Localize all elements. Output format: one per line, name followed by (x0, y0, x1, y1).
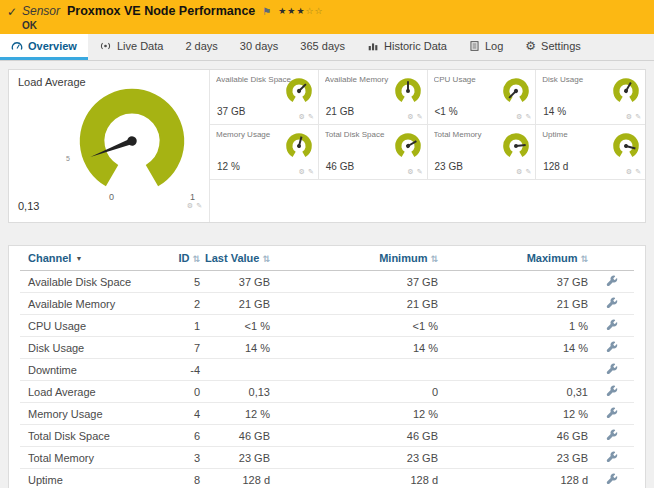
mini-gauge (501, 131, 531, 161)
channel-settings-wrench-icon[interactable] (606, 473, 619, 486)
col-header-minimum[interactable]: Minimum⇅ (274, 252, 442, 264)
tab-2-days[interactable]: 2 days (174, 34, 228, 60)
gauge-value: 0,13 (18, 200, 39, 212)
channel-last-value: 128 d (204, 474, 274, 486)
channel-maximum: 23 GB (442, 452, 592, 464)
channel-id: 1 (168, 320, 204, 332)
table-row[interactable]: CPU Usage 1 <1 % <1 % 1 % (20, 315, 634, 337)
col-header-channel[interactable]: Channel▼ (20, 252, 168, 264)
gear-icon[interactable]: ⚙ (187, 202, 193, 210)
tab-log[interactable]: Log (458, 34, 514, 60)
col-header-maximum[interactable]: Maximum⇅ (442, 252, 592, 264)
sort-icon: ⇅ (580, 254, 588, 264)
gauge-cell-uptime[interactable]: Uptime 128 d ⚙✎ (536, 125, 645, 180)
channel-settings-wrench-icon[interactable] (606, 275, 619, 288)
gear-icon[interactable]: ⚙ (516, 168, 522, 176)
table-row[interactable]: Total Memory 3 23 GB 23 GB 23 GB (20, 447, 634, 469)
gauge-tick-label: 5 (66, 155, 70, 162)
table-row[interactable]: Downtime -4 (20, 359, 634, 381)
channel-last-value: 23 GB (204, 452, 274, 464)
channel-settings-wrench-icon[interactable] (606, 385, 619, 398)
gear-icon[interactable]: ⚙ (407, 113, 413, 121)
channel-settings-wrench-icon[interactable] (606, 297, 619, 310)
table-row[interactable]: Memory Usage 4 12 % 12 % 12 % (20, 403, 634, 425)
channel-maximum: 21 GB (442, 298, 592, 310)
channel-name: Memory Usage (20, 408, 168, 420)
gauge-value: <1 % (435, 106, 458, 117)
table-row[interactable]: Total Disk Space 6 46 GB 46 GB 46 GB (20, 425, 634, 447)
mini-gauge (611, 76, 641, 106)
channel-settings-wrench-icon[interactable] (606, 429, 619, 442)
channel-name: Available Memory (20, 298, 168, 310)
channel-minimum: 128 d (274, 474, 442, 486)
tab-365-days[interactable]: 365 days (289, 34, 356, 60)
pin-icon[interactable]: ✎ (196, 202, 202, 210)
channel-settings-wrench-icon[interactable] (606, 341, 619, 354)
gear-icon[interactable]: ⚙ (299, 113, 305, 121)
channel-settings-wrench-icon[interactable] (606, 319, 619, 332)
gauge-cell-available-memory[interactable]: Available Memory 21 GB ⚙✎ (319, 70, 428, 125)
channel-id: 8 (168, 474, 204, 486)
pin-icon[interactable]: ✎ (525, 168, 531, 176)
gear-icon[interactable]: ⚙ (407, 168, 413, 176)
mini-gauge (393, 76, 423, 106)
gear-icon[interactable]: ⚙ (516, 113, 522, 121)
load-average-gauge (75, 84, 189, 198)
gear-icon[interactable]: ⚙ (299, 168, 305, 176)
gear-icon[interactable]: ⚙ (626, 168, 632, 176)
col-header-last-value[interactable]: Last Value⇅ (204, 252, 274, 264)
channel-last-value: 12 % (204, 408, 274, 420)
table-row[interactable]: Available Memory 2 21 GB 21 GB 21 GB (20, 293, 634, 315)
gauge-cell-available-disk-space[interactable]: Available Disk Space 37 GB ⚙✎ (210, 70, 319, 125)
gauge-value: 37 GB (217, 106, 245, 117)
tab-overview[interactable]: Overview (0, 34, 88, 60)
channel-id: 4 (168, 408, 204, 420)
gauge-cell-total-disk-space[interactable]: Total Disk Space 46 GB ⚙✎ (319, 125, 428, 180)
pin-icon[interactable]: ✎ (525, 113, 531, 121)
pin-icon[interactable]: ✎ (308, 113, 314, 121)
flag-icon[interactable]: ⚑ (262, 6, 271, 17)
tab-live-data[interactable]: Live Data (88, 34, 174, 60)
gauge-cell-disk-usage[interactable]: Disk Usage 14 % ⚙✎ (536, 70, 645, 125)
channel-settings-wrench-icon[interactable] (606, 363, 619, 376)
tab-bar: Overview Live Data 2 days 30 days 365 da… (0, 34, 654, 61)
channel-name: Total Disk Space (20, 430, 168, 442)
channel-id: 6 (168, 430, 204, 442)
col-header-id[interactable]: ID⇅ (168, 252, 204, 264)
channel-maximum: 46 GB (442, 430, 592, 442)
sensor-header: ✓ Sensor Proxmox VE Node Performance ⚑ ★… (0, 0, 654, 34)
table-row[interactable]: Disk Usage 7 14 % 14 % 14 % (20, 337, 634, 359)
pin-icon[interactable]: ✎ (417, 113, 423, 121)
load-average-gauge-cell[interactable]: Load Average 5 0 1 0,13 ⚙✎ (9, 70, 210, 222)
pin-icon[interactable]: ✎ (635, 168, 641, 176)
status-badge: OK (22, 20, 37, 31)
gauge-cell-total-memory[interactable]: Total Memory 23 GB ⚙✎ (428, 125, 537, 180)
table-header-row: Channel▼ ID⇅ Last Value⇅ Minimum⇅ Maximu… (20, 246, 634, 271)
tab-settings[interactable]: ⚙ Settings (514, 34, 592, 60)
channel-maximum: 37 GB (442, 276, 592, 288)
gauges-panel: Load Average 5 0 1 0,13 ⚙✎ Available Dis… (8, 69, 646, 223)
gauge-cell-cpu-usage[interactable]: CPU Usage <1 % ⚙✎ (428, 70, 537, 125)
tab-30-days[interactable]: 30 days (229, 34, 290, 60)
pin-icon[interactable]: ✎ (635, 113, 641, 121)
channel-minimum: 12 % (274, 408, 442, 420)
gauge-value: 128 d (543, 161, 568, 172)
tab-historic-data[interactable]: Historic Data (356, 34, 458, 60)
channel-settings-wrench-icon[interactable] (606, 407, 619, 420)
table-row[interactable]: Load Average 0 0,13 0 0,31 (20, 381, 634, 403)
channel-minimum: 0 (274, 386, 442, 398)
table-row[interactable]: Available Disk Space 5 37 GB 37 GB 37 GB (20, 271, 634, 293)
pin-icon[interactable]: ✎ (308, 168, 314, 176)
gauge-cell-memory-usage[interactable]: Memory Usage 12 % ⚙✎ (210, 125, 319, 180)
tab-label: Live Data (117, 40, 163, 52)
sort-desc-icon: ▼ (75, 255, 82, 262)
priority-stars[interactable]: ★★★☆☆ (278, 6, 323, 16)
pin-icon[interactable]: ✎ (417, 168, 423, 176)
gear-icon[interactable]: ⚙ (626, 113, 632, 121)
channel-id: 5 (168, 276, 204, 288)
object-kind-label: Sensor (22, 4, 60, 18)
channel-table: Channel▼ ID⇅ Last Value⇅ Minimum⇅ Maximu… (8, 245, 646, 488)
channel-last-value: 14 % (204, 342, 274, 354)
table-row[interactable]: Uptime 8 128 d 128 d 128 d (20, 469, 634, 488)
channel-settings-wrench-icon[interactable] (606, 451, 619, 464)
